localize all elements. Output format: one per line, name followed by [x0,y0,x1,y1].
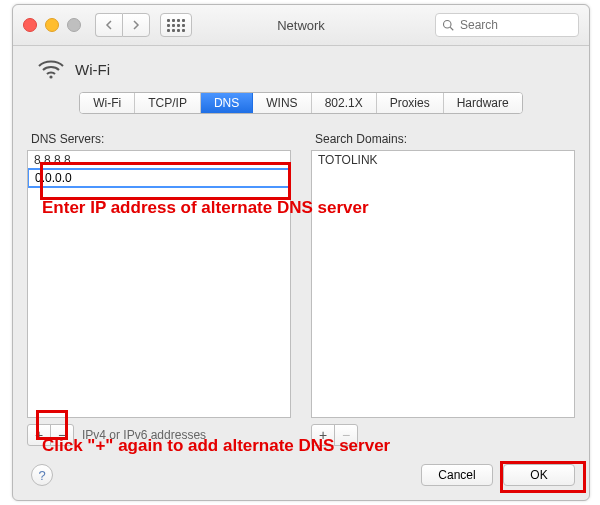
tab-wifi[interactable]: Wi-Fi [80,93,135,113]
domains-remove-button[interactable]: − [334,424,358,446]
tab-dns[interactable]: DNS [201,93,253,113]
nav-back-forward [95,13,150,37]
domains-add-remove: + − [311,424,358,446]
minimize-window-button[interactable] [45,18,59,32]
svg-line-1 [450,27,453,30]
back-button[interactable] [95,13,122,37]
ok-button[interactable]: OK [503,464,575,486]
search-domains-label: Search Domains: [315,132,575,146]
network-preferences-window: Network Wi-Fi Wi-Fi TCP/IP DNS WINS 802.… [12,4,590,501]
tab-8021x[interactable]: 802.1X [312,93,377,113]
search-domains-column: Search Domains: TOTOLINK + − [311,132,575,446]
tab-tcpip[interactable]: TCP/IP [135,93,201,113]
dns-servers-label: DNS Servers: [31,132,291,146]
wifi-icon [37,58,65,80]
settings-tabs: Wi-Fi TCP/IP DNS WINS 802.1X Proxies Har… [27,92,575,114]
connection-header: Wi-Fi [27,58,575,88]
show-all-button[interactable] [160,13,192,37]
svg-point-0 [444,21,452,29]
window-controls [23,18,81,32]
connection-name: Wi-Fi [75,61,110,78]
cancel-button[interactable]: Cancel [421,464,493,486]
search-field[interactable] [435,13,579,37]
close-window-button[interactable] [23,18,37,32]
dns-servers-column: DNS Servers: 8.8.8.8 + − IPv4 or IPv6 ad… [27,132,291,446]
tab-wins[interactable]: WINS [253,93,311,113]
zoom-window-button[interactable] [67,18,81,32]
dns-add-remove: + − [27,424,74,446]
dns-remove-button[interactable]: − [50,424,74,446]
dns-servers-list[interactable]: 8.8.8.8 [27,150,291,418]
chevron-right-icon [132,20,140,30]
dns-server-row-editing[interactable] [28,169,290,187]
search-domain-row[interactable]: TOTOLINK [312,151,574,169]
tab-hardware[interactable]: Hardware [444,93,522,113]
dns-server-row[interactable]: 8.8.8.8 [28,151,290,169]
chevron-left-icon [105,20,113,30]
search-input[interactable] [458,17,572,33]
dns-server-input[interactable] [33,170,289,186]
svg-point-2 [49,75,52,78]
window-body: Wi-Fi Wi-Fi TCP/IP DNS WINS 802.1X Proxi… [13,46,589,500]
footer: ? Cancel OK [27,464,575,486]
forward-button[interactable] [122,13,150,37]
tab-proxies[interactable]: Proxies [377,93,444,113]
titlebar: Network [13,5,589,46]
search-icon [442,19,454,31]
dns-add-button[interactable]: + [27,424,51,446]
grid-icon [167,19,185,32]
search-domains-list[interactable]: TOTOLINK [311,150,575,418]
dns-hint: IPv4 or IPv6 addresses [82,428,206,442]
domains-add-button[interactable]: + [311,424,335,446]
help-button[interactable]: ? [31,464,53,486]
